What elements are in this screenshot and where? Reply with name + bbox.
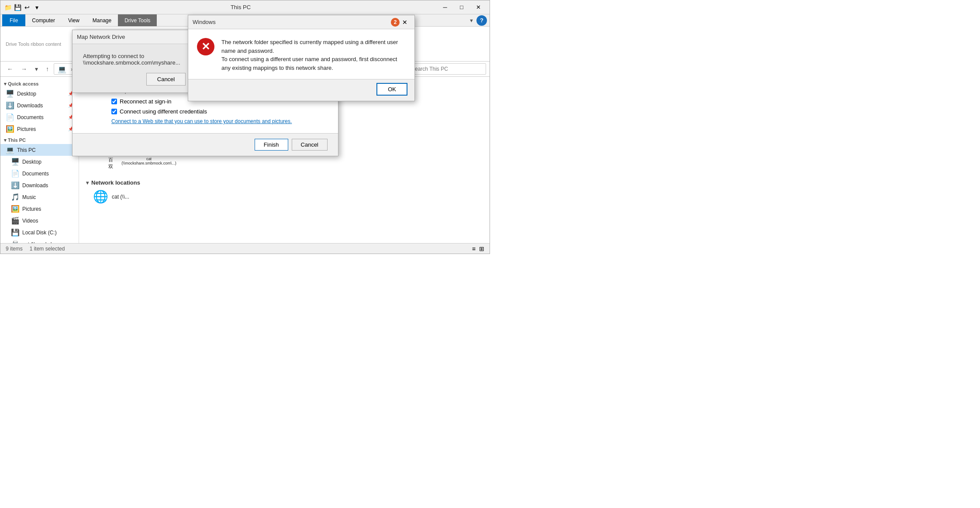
different-creds-label: Connect using different credentials bbox=[120, 108, 207, 115]
finish-button[interactable]: Finish bbox=[255, 139, 288, 151]
error-line3: To connect using a different user name a… bbox=[221, 56, 397, 62]
error-footer: OK bbox=[188, 79, 414, 101]
error-body: ✕ The network folder specified is curren… bbox=[188, 29, 414, 79]
error-dialog-title: Windows bbox=[193, 19, 388, 25]
error-dialog-close-button[interactable]: ✕ bbox=[400, 17, 410, 27]
map-dialog-footer: Finish Cancel bbox=[72, 133, 338, 156]
progress-cancel-button[interactable]: Cancel bbox=[146, 73, 186, 86]
error-message: The network folder specified is currentl… bbox=[221, 38, 398, 72]
web-link[interactable]: Connect to a Web site that you can use t… bbox=[111, 118, 328, 124]
cancel-map-button[interactable]: Cancel bbox=[292, 139, 328, 151]
error-dialog-title-bar: Windows 2 ✕ bbox=[188, 15, 414, 29]
error-icon: ✕ bbox=[197, 38, 214, 55]
connecting-line1: Attempting to connect to bbox=[83, 53, 144, 59]
error-line4: any existing mappings to this network sh… bbox=[221, 65, 333, 71]
error-x-symbol: ✕ bbox=[201, 41, 210, 53]
different-creds-checkbox[interactable] bbox=[111, 109, 117, 114]
reconnect-checkbox[interactable] bbox=[111, 99, 117, 104]
different-creds-row: Connect using different credentials bbox=[111, 108, 328, 115]
reconnect-label: Reconnect at sign-in bbox=[120, 98, 172, 105]
windows-error-dialog: Windows 2 ✕ ✕ The network folder specifi… bbox=[188, 15, 415, 101]
ok-button[interactable]: OK bbox=[376, 83, 407, 96]
dialogs-overlay: Map Network Drive 1 ✕ Drive: Y: Folder: bbox=[0, 0, 490, 254]
error-line1: The network folder specified is currentl… bbox=[221, 39, 398, 45]
error-line2: name and password. bbox=[221, 48, 274, 54]
error-step-badge: 2 bbox=[391, 18, 400, 27]
connecting-line2: \\mockshare.smbmock.com\myshare... bbox=[83, 59, 180, 66]
